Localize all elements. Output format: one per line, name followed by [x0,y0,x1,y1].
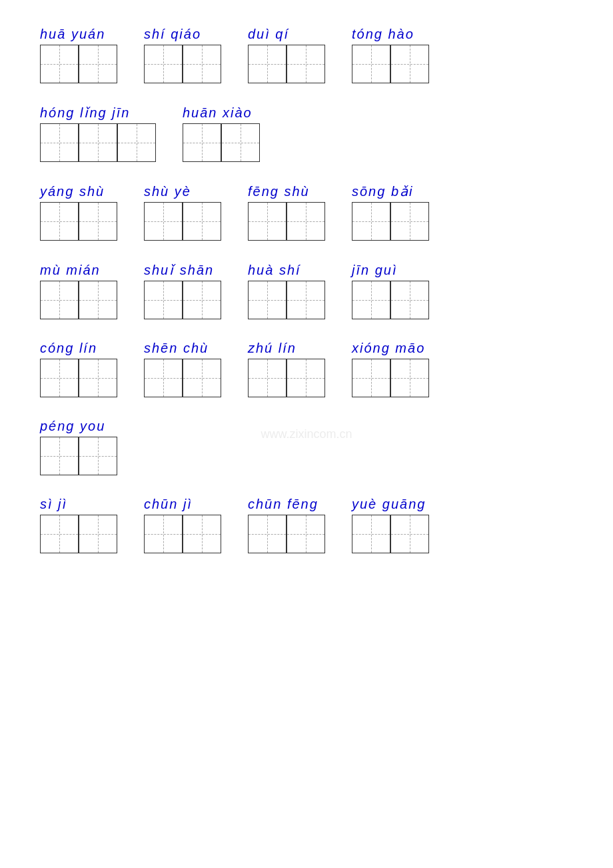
char-boxes [352,515,429,553]
char-box[interactable] [40,359,79,397]
char-box[interactable] [79,359,117,397]
char-boxes [40,281,117,319]
char-box[interactable] [352,202,390,241]
pinyin-label: shēn chù [144,341,209,356]
char-boxes [40,437,117,475]
char-box[interactable] [40,45,79,83]
char-box[interactable] [79,45,117,83]
word-group-3-3: jīn guì [352,263,429,319]
char-boxes [248,515,325,553]
pinyin-label: hóng lǐng jīn [40,105,130,121]
char-box[interactable] [287,281,325,319]
char-box[interactable] [183,359,221,397]
word-group-2-3: sōng bǎi [352,183,429,241]
char-boxes [352,359,429,397]
char-box[interactable] [248,45,287,83]
char-boxes [183,123,260,162]
char-box[interactable] [248,281,287,319]
char-box[interactable] [79,123,117,162]
char-box[interactable] [79,281,117,319]
char-box[interactable] [117,123,156,162]
char-box[interactable] [183,123,221,162]
char-boxes [144,281,221,319]
row-section-1: hóng lǐng jīnhuān xiào [40,105,573,165]
char-box[interactable] [79,202,117,241]
char-box[interactable] [40,202,79,241]
word-group-6-2: chūn fēng [248,497,325,553]
row-section-0: huā yuánshí qiáoduì qítóng hào [40,27,573,86]
row-section-4: cóng línshēn chùzhú línxióng māo [40,341,573,400]
word-group-4-2: zhú lín [248,341,325,397]
char-boxes [144,45,221,83]
pinyin-label: shuǐ shān [144,262,214,278]
pinyin-label: fēng shù [248,184,310,199]
char-box[interactable] [144,202,183,241]
char-box[interactable] [144,515,183,553]
char-boxes [352,45,429,83]
row-section-5: péng you [40,419,573,478]
word-group-4-3: xióng māo [352,341,429,397]
char-box[interactable] [79,437,117,475]
char-box[interactable] [144,281,183,319]
char-box[interactable] [352,45,390,83]
word-group-2-0: yáng shù [40,184,117,241]
char-box[interactable] [390,515,429,553]
char-box[interactable] [390,359,429,397]
word-group-3-1: shuǐ shān [144,262,221,319]
word-group-6-3: yuè guāng [352,497,429,553]
char-box[interactable] [79,515,117,553]
pinyin-label: jīn guì [352,263,397,278]
char-box[interactable] [390,281,429,319]
char-box[interactable] [287,202,325,241]
char-box[interactable] [390,202,429,241]
char-box[interactable] [183,45,221,83]
word-group-4-1: shēn chù [144,341,221,397]
word-group-0-3: tóng hào [352,27,429,83]
char-box[interactable] [352,515,390,553]
char-boxes [144,515,221,553]
pinyin-label: xióng māo [352,341,425,356]
content-area: huā yuánshí qiáoduì qítóng hàohóng lǐng … [40,27,573,556]
pinyin-label: péng you [40,419,105,434]
char-box[interactable] [144,359,183,397]
char-box[interactable] [183,515,221,553]
row-label-3: mù miánshuǐ shānhuà shíjīn guì [40,262,573,322]
char-box[interactable] [183,281,221,319]
pinyin-label: tóng hào [352,27,414,42]
char-box[interactable] [352,359,390,397]
word-group-0-1: shí qiáo [144,27,221,83]
word-group-2-2: fēng shù [248,184,325,241]
pinyin-label: zhú lín [248,341,297,356]
char-boxes [248,359,325,397]
pinyin-label: mù mián [40,263,101,278]
char-boxes [352,202,429,241]
pinyin-label: shù yè [144,184,191,199]
word-group-4-0: cóng lín [40,341,117,397]
word-group-3-0: mù mián [40,263,117,319]
char-box[interactable] [221,123,260,162]
pinyin-label: huà shí [248,263,301,278]
char-box[interactable] [248,202,287,241]
char-box[interactable] [144,45,183,83]
char-box[interactable] [390,45,429,83]
char-box[interactable] [183,202,221,241]
char-box[interactable] [40,123,79,162]
char-box[interactable] [248,359,287,397]
pinyin-label: sì jì [40,497,67,512]
char-box[interactable] [40,515,79,553]
char-box[interactable] [248,515,287,553]
char-boxes [248,45,325,83]
char-box[interactable] [40,437,79,475]
row-section-6: sì jìchūn jìchūn fēngyuè guāng [40,497,573,556]
char-boxes [40,123,156,162]
row-label-0: huā yuánshí qiáoduì qítóng hào [40,27,573,86]
row-label-5: péng you [40,419,573,478]
char-box[interactable] [352,281,390,319]
row-label-4: cóng línshēn chùzhú línxióng māo [40,341,573,400]
char-box[interactable] [40,281,79,319]
pinyin-label: yuè guāng [352,497,426,512]
char-box[interactable] [287,515,325,553]
char-box[interactable] [287,359,325,397]
row-label-6: sì jìchūn jìchūn fēngyuè guāng [40,497,573,556]
char-box[interactable] [287,45,325,83]
